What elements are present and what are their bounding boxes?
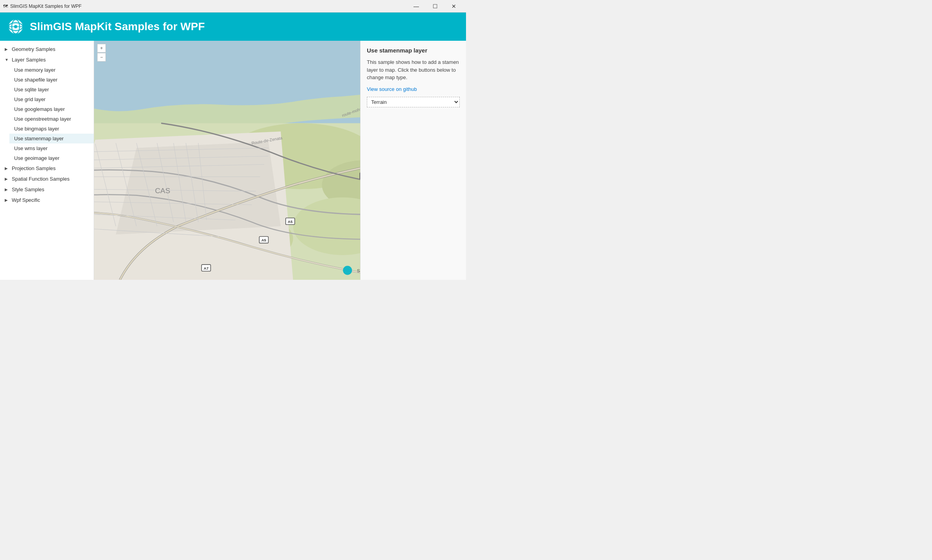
title-bar-title: SlimGIS MapKit Samples for WPF [10, 4, 82, 9]
close-button[interactable]: ✕ [445, 0, 463, 13]
sidebar-label-layer-samples: Layer Samples [12, 57, 46, 63]
sidebar-item-projection-samples[interactable]: ▶ Projection Samples [0, 163, 94, 174]
sidebar-item-wpf-specific[interactable]: ▶ Wpf Specific [0, 195, 94, 205]
chevron-right-icon-3: ▶ [5, 177, 9, 181]
sidebar-item-use-memory-layer[interactable]: Use memory layer [9, 65, 94, 75]
sidebar-item-use-openstreetmap-layer[interactable]: Use openstreetmap layer [9, 114, 94, 124]
sidebar-label-spatial-function-samples: Spatial Function Samples [12, 176, 69, 182]
nav-group-projection-samples: ▶ Projection Samples [0, 163, 94, 174]
view-source-link[interactable]: View source on github [367, 86, 460, 92]
svg-text:A7: A7 [204, 266, 209, 270]
sidebar-item-use-bingmaps-layer[interactable]: Use bingmaps layer [9, 124, 94, 134]
sidebar-label-projection-samples: Projection Samples [12, 165, 56, 171]
sidebar-item-use-googlemaps-layer[interactable]: Use googlemaps layer [9, 104, 94, 114]
main-layout: ▶ Geometry Samples ▼ Layer Samples Use m… [0, 41, 466, 280]
title-bar-controls: — ☐ ✕ [407, 0, 463, 13]
sidebar-item-layer-samples[interactable]: ▼ Layer Samples [0, 54, 94, 65]
sidebar-item-spatial-function-samples[interactable]: ▶ Spatial Function Samples [0, 174, 94, 184]
svg-point-37 [343, 266, 352, 275]
map-canvas: route-moha Route-de-Zenata A5 A5 A5 A7 [94, 41, 360, 280]
info-panel-title: Use stamenmap layer [367, 47, 460, 54]
svg-text:A5: A5 [288, 219, 292, 224]
sidebar-item-style-samples[interactable]: ▶ Style Samples [0, 184, 94, 195]
svg-text:A5: A5 [261, 238, 266, 242]
maximize-button[interactable]: ☐ [426, 0, 444, 13]
sidebar: ▶ Geometry Samples ▼ Layer Samples Use m… [0, 41, 94, 280]
svg-text:SlimGIS: SlimGIS [357, 268, 360, 273]
nav-group-style-samples: ▶ Style Samples [0, 184, 94, 195]
title-bar: 🗺 SlimGIS MapKit Samples for WPF — ☐ ✕ [0, 0, 466, 13]
chevron-right-icon: ▶ [5, 47, 9, 51]
content-area: + − [94, 41, 466, 280]
sidebar-item-geometry-samples[interactable]: ▶ Geometry Samples [0, 44, 94, 54]
sidebar-item-use-stamenmap-layer[interactable]: Use stamenmap layer [9, 134, 94, 143]
nav-group-layer-samples: ▼ Layer Samples Use memory layer Use sha… [0, 54, 94, 163]
svg-rect-28 [360, 173, 360, 179]
map-controls: + − [97, 44, 106, 62]
sidebar-item-use-shapefile-layer[interactable]: Use shapefile layer [9, 75, 94, 85]
sidebar-item-use-geoimage-layer[interactable]: Use geoimage layer [9, 153, 94, 163]
nav-group-spatial-function-samples: ▶ Spatial Function Samples [0, 174, 94, 184]
title-bar-icon: 🗺 [3, 4, 8, 9]
chevron-right-icon-5: ▶ [5, 198, 9, 202]
layer-samples-items: Use memory layer Use shapefile layer Use… [0, 65, 94, 163]
svg-text:CAS: CAS [155, 187, 170, 195]
sidebar-item-use-sqlite-layer[interactable]: Use sqlite layer [9, 85, 94, 94]
sidebar-label-wpf-specific: Wpf Specific [12, 197, 40, 203]
app-header: SlimGIS MapKit Samples for WPF [0, 13, 466, 41]
chevron-down-icon: ▼ [5, 58, 9, 62]
chevron-right-icon-4: ▶ [5, 187, 9, 192]
sidebar-item-use-wms-layer[interactable]: Use wms layer [9, 143, 94, 153]
app-logo-icon [8, 19, 24, 34]
sidebar-label-geometry-samples: Geometry Samples [12, 46, 55, 52]
nav-group-wpf-specific: ▶ Wpf Specific [0, 195, 94, 205]
title-bar-left: 🗺 SlimGIS MapKit Samples for WPF [3, 4, 82, 9]
info-panel: Use stamenmap layer This sample shows ho… [360, 41, 466, 280]
zoom-in-button[interactable]: + [97, 44, 106, 53]
info-panel-description: This sample shows how to add a stamen la… [367, 58, 460, 82]
sidebar-label-style-samples: Style Samples [12, 187, 44, 192]
app-title: SlimGIS MapKit Samples for WPF [30, 20, 205, 33]
nav-group-geometry-samples: ▶ Geometry Samples [0, 44, 94, 54]
chevron-right-icon-2: ▶ [5, 166, 9, 170]
sidebar-item-use-grid-layer[interactable]: Use grid layer [9, 94, 94, 104]
map-container[interactable]: + − [94, 41, 360, 280]
map-type-select[interactable]: Terrain Toner Watercolor [367, 97, 460, 107]
zoom-out-button[interactable]: − [97, 53, 106, 62]
minimize-button[interactable]: — [407, 0, 425, 13]
